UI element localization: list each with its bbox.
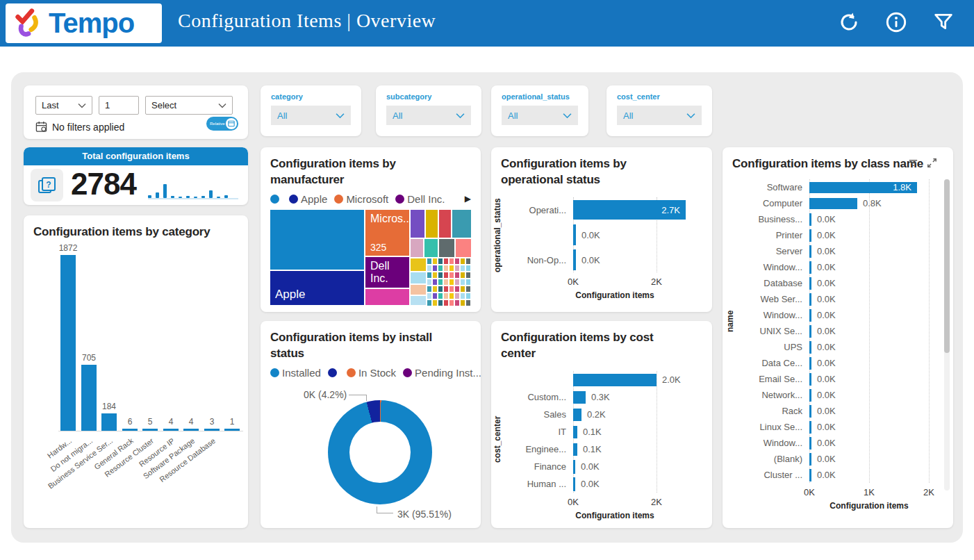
bar[interactable] xyxy=(809,405,811,418)
treemap-block[interactable] xyxy=(438,279,443,285)
bar[interactable] xyxy=(809,261,811,274)
treemap-block[interactable] xyxy=(461,286,465,292)
treemap-block[interactable] xyxy=(444,265,448,271)
bar[interactable] xyxy=(81,365,97,431)
treemap-block[interactable] xyxy=(411,239,423,257)
treemap-block[interactable] xyxy=(427,279,431,285)
treemap-block[interactable] xyxy=(411,258,426,271)
bar[interactable] xyxy=(809,325,811,338)
treemap-block[interactable] xyxy=(461,279,465,285)
treemap-block[interactable] xyxy=(449,272,454,278)
treemap-block[interactable] xyxy=(444,258,448,264)
bar[interactable] xyxy=(809,277,811,290)
treemap-block-microsoft[interactable]: Micros... 325 xyxy=(365,210,409,256)
bar[interactable] xyxy=(224,429,240,431)
treemap-block[interactable] xyxy=(433,279,437,285)
donut-chart[interactable] xyxy=(328,400,432,504)
legend-item[interactable]: Apple xyxy=(289,193,327,205)
bar[interactable] xyxy=(809,437,811,450)
visual-filter-icon[interactable] xyxy=(907,157,919,169)
treemap-block-largest[interactable] xyxy=(270,210,364,270)
treemap-block[interactable] xyxy=(456,239,471,257)
treemap-block[interactable] xyxy=(427,286,431,292)
treemap-block[interactable] xyxy=(455,258,459,264)
legend-item[interactable]: In Stock xyxy=(347,367,396,379)
bar[interactable] xyxy=(573,249,576,270)
treemap-block[interactable] xyxy=(449,293,454,299)
treemap-block[interactable] xyxy=(455,293,459,299)
treemap-block[interactable] xyxy=(449,258,454,264)
treemap-block[interactable] xyxy=(411,285,426,295)
info-icon[interactable] xyxy=(885,11,907,33)
treemap-block[interactable] xyxy=(444,293,448,299)
bar[interactable] xyxy=(809,245,811,258)
treemap-block[interactable] xyxy=(455,265,459,271)
legend-item[interactable]: Pending Inst... xyxy=(403,367,481,379)
treemap-block[interactable] xyxy=(461,265,465,271)
treemap-block[interactable] xyxy=(466,265,470,271)
treemap-block[interactable] xyxy=(449,286,454,292)
legend-item[interactable] xyxy=(328,368,340,377)
treemap-block[interactable] xyxy=(444,286,448,292)
bar[interactable] xyxy=(809,293,811,306)
bar[interactable] xyxy=(573,374,657,386)
bar[interactable] xyxy=(204,429,220,431)
treemap-block[interactable] xyxy=(466,272,470,278)
treemap-block[interactable] xyxy=(365,289,409,305)
treemap-block[interactable] xyxy=(433,258,437,264)
slicer-dropdown[interactable]: All xyxy=(386,106,471,125)
treemap-block[interactable] xyxy=(439,210,451,238)
treemap-block[interactable] xyxy=(466,293,470,299)
treemap-block[interactable] xyxy=(466,300,470,306)
treemap-block[interactable] xyxy=(438,258,443,264)
treemap-block[interactable] xyxy=(433,286,437,292)
treemap-block[interactable] xyxy=(433,293,437,299)
treemap-block[interactable] xyxy=(411,272,426,283)
bar[interactable] xyxy=(101,413,117,431)
treemap-block[interactable] xyxy=(449,300,454,306)
treemap-block[interactable] xyxy=(427,300,431,306)
treemap-block[interactable] xyxy=(411,296,426,305)
treemap-block[interactable] xyxy=(449,265,454,271)
treemap-block-apple[interactable]: Apple xyxy=(270,271,364,305)
treemap-block[interactable] xyxy=(461,272,465,278)
bar[interactable] xyxy=(809,389,811,402)
treemap-block-dell[interactable]: Dell Inc. xyxy=(365,257,409,288)
treemap-block[interactable] xyxy=(455,279,459,285)
treemap-block[interactable] xyxy=(461,293,465,299)
slicer-dropdown[interactable]: All xyxy=(502,106,578,125)
bar[interactable] xyxy=(809,469,811,481)
bar[interactable] xyxy=(809,229,811,242)
treemap-block[interactable] xyxy=(427,258,431,264)
bar[interactable] xyxy=(809,198,857,209)
count-input[interactable] xyxy=(99,96,139,115)
legend-next-icon[interactable]: ▶ xyxy=(465,194,471,204)
legend-item[interactable]: Installed xyxy=(270,367,321,379)
treemap-block[interactable] xyxy=(444,279,448,285)
bar[interactable] xyxy=(573,391,586,404)
bar[interactable]: 1.8K xyxy=(809,182,917,193)
bar[interactable] xyxy=(573,477,575,491)
legend-item[interactable]: Microsoft xyxy=(334,193,388,205)
period-dropdown[interactable]: Select xyxy=(145,96,233,115)
treemap-block[interactable] xyxy=(424,239,438,257)
legend-item[interactable]: Dell Inc. xyxy=(395,193,445,205)
focus-mode-icon[interactable] xyxy=(926,157,938,169)
scrollbar-track[interactable] xyxy=(944,179,950,491)
legend-item[interactable] xyxy=(270,195,282,204)
refresh-icon[interactable] xyxy=(838,11,860,33)
treemap-block[interactable] xyxy=(444,272,448,278)
relative-toggle[interactable]: Relative xyxy=(206,117,238,131)
treemap-block[interactable] xyxy=(466,258,470,264)
treemap-block[interactable] xyxy=(411,210,424,238)
bar[interactable] xyxy=(809,373,811,386)
treemap-block[interactable] xyxy=(439,239,454,257)
treemap-block[interactable] xyxy=(433,300,437,306)
treemap-block[interactable] xyxy=(427,293,431,299)
treemap-block[interactable] xyxy=(466,279,470,285)
filter-icon[interactable] xyxy=(932,11,955,33)
treemap-block[interactable] xyxy=(438,293,443,299)
treemap-block[interactable] xyxy=(433,272,437,278)
treemap-block[interactable] xyxy=(455,286,459,292)
bar[interactable] xyxy=(163,429,179,431)
